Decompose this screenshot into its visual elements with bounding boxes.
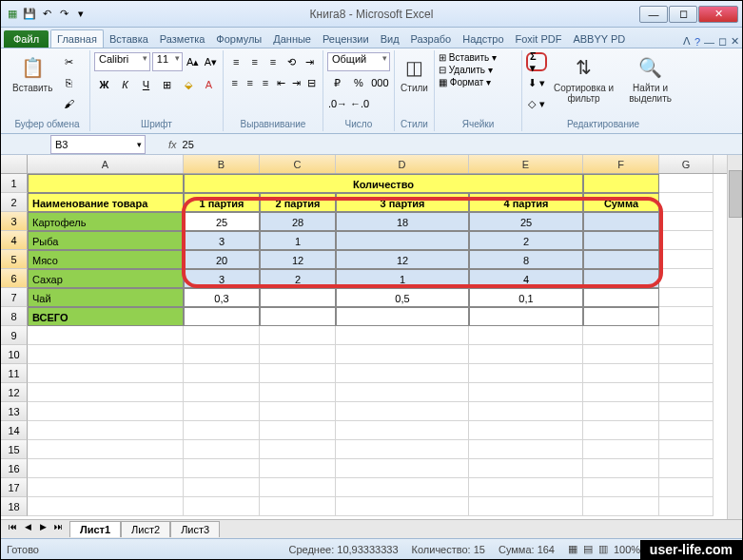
- row-header[interactable]: 3: [1, 212, 28, 231]
- cell[interactable]: 0,5: [336, 288, 469, 307]
- row-header[interactable]: 11: [1, 364, 28, 383]
- cell[interactable]: [659, 231, 714, 250]
- col-header-c[interactable]: C: [260, 155, 336, 173]
- cell[interactable]: [28, 326, 184, 345]
- decrease-decimal-icon[interactable]: ←.0: [349, 94, 370, 113]
- cell[interactable]: [184, 402, 260, 421]
- cell[interactable]: [659, 440, 714, 459]
- align-left-icon[interactable]: ≡: [227, 73, 242, 92]
- cell-quantity-header[interactable]: Количество: [184, 174, 583, 193]
- cell[interactable]: [260, 421, 336, 440]
- increase-font-icon[interactable]: A▴: [185, 52, 201, 71]
- tab-home[interactable]: Главная: [50, 29, 104, 48]
- cell[interactable]: [28, 174, 184, 193]
- cell[interactable]: [336, 326, 469, 345]
- cell[interactable]: [583, 440, 659, 459]
- fill-color-button[interactable]: ⬙: [178, 75, 198, 94]
- decrease-font-icon[interactable]: A▾: [203, 52, 219, 71]
- row-header[interactable]: 15: [1, 440, 28, 459]
- cell[interactable]: [184, 383, 260, 402]
- cell[interactable]: [583, 231, 659, 250]
- cell[interactable]: [469, 326, 583, 345]
- sort-filter-button[interactable]: ⇅ Сортировка и фильтр: [549, 52, 618, 106]
- col-header-f[interactable]: F: [583, 155, 659, 173]
- cell[interactable]: [260, 326, 336, 345]
- tab-foxit[interactable]: Foxit PDF: [510, 30, 568, 48]
- cell[interactable]: [184, 440, 260, 459]
- styles-button[interactable]: ◫ Стили: [399, 52, 430, 95]
- close-button[interactable]: ✕: [698, 6, 738, 23]
- sheet-tab-3[interactable]: Лист3: [170, 521, 220, 537]
- doc-minimize-icon[interactable]: —: [704, 36, 714, 48]
- cell[interactable]: ВСЕГО: [28, 307, 184, 326]
- row-header[interactable]: 6: [1, 269, 28, 288]
- currency-icon[interactable]: ₽: [327, 73, 347, 92]
- help-icon[interactable]: ?: [694, 36, 700, 48]
- cell[interactable]: [583, 345, 659, 364]
- col-header-d[interactable]: D: [336, 155, 469, 173]
- cell[interactable]: Мясо: [28, 250, 184, 269]
- worksheet-grid[interactable]: A B C D E F G 1 Количество 2 Наименовани…: [1, 155, 742, 524]
- number-format-combo[interactable]: Общий: [327, 52, 390, 71]
- cell[interactable]: [184, 478, 260, 497]
- align-center-icon[interactable]: ≡: [243, 73, 257, 92]
- cell[interactable]: [28, 345, 184, 364]
- fx-icon[interactable]: fx: [168, 139, 177, 150]
- cell[interactable]: [469, 497, 583, 516]
- cell[interactable]: 0,3: [184, 288, 260, 307]
- cell[interactable]: [583, 174, 659, 193]
- row-header[interactable]: 4: [1, 231, 28, 250]
- cell[interactable]: [260, 459, 336, 478]
- cell[interactable]: Сумма: [583, 193, 659, 212]
- sheet-tab-2[interactable]: Лист2: [121, 521, 170, 537]
- cell[interactable]: [659, 212, 714, 231]
- insert-cells-button[interactable]: ⊞ Вставить ▾: [439, 52, 518, 63]
- cell[interactable]: [28, 478, 184, 497]
- cell[interactable]: [184, 307, 260, 326]
- tab-view[interactable]: Вид: [375, 30, 405, 48]
- cell[interactable]: 2: [469, 231, 583, 250]
- orientation-icon[interactable]: ⟲: [283, 52, 300, 71]
- cell[interactable]: Рыба: [28, 231, 184, 250]
- undo-icon[interactable]: ↶: [39, 7, 54, 22]
- cell[interactable]: [184, 345, 260, 364]
- cell[interactable]: [336, 364, 469, 383]
- cell[interactable]: [184, 459, 260, 478]
- cell[interactable]: [583, 402, 659, 421]
- cell[interactable]: [659, 307, 714, 326]
- cell[interactable]: [336, 383, 469, 402]
- minimize-button[interactable]: —: [639, 6, 668, 23]
- cell[interactable]: [260, 402, 336, 421]
- cell[interactable]: [28, 421, 184, 440]
- cell[interactable]: Картофель: [28, 212, 184, 231]
- cell[interactable]: [659, 250, 714, 269]
- cell[interactable]: [659, 383, 714, 402]
- cell[interactable]: [260, 497, 336, 516]
- tab-addins[interactable]: Надстро: [457, 30, 509, 48]
- wrap-text-icon[interactable]: ⇥: [302, 52, 319, 71]
- cell[interactable]: 2: [260, 269, 336, 288]
- vertical-scrollbar[interactable]: [727, 155, 742, 524]
- cell[interactable]: [583, 269, 659, 288]
- format-painter-icon[interactable]: 🖌: [58, 94, 79, 113]
- cell[interactable]: [336, 231, 469, 250]
- tab-data[interactable]: Данные: [267, 30, 317, 48]
- col-header-g[interactable]: G: [659, 155, 714, 173]
- cell[interactable]: 0,1: [469, 288, 583, 307]
- cell[interactable]: [583, 288, 659, 307]
- font-name-combo[interactable]: Calibri: [94, 52, 150, 71]
- cell[interactable]: [659, 174, 714, 193]
- minimize-ribbon-icon[interactable]: ᐱ: [683, 35, 691, 48]
- cell[interactable]: Чай: [28, 288, 184, 307]
- sheet-tab-1[interactable]: Лист1: [69, 521, 121, 537]
- cell[interactable]: [583, 307, 659, 326]
- active-cell[interactable]: 25: [184, 212, 260, 231]
- maximize-button[interactable]: ◻: [669, 6, 697, 23]
- clear-button[interactable]: ◇ ▾: [526, 94, 547, 113]
- decrease-indent-icon[interactable]: ⇤: [274, 73, 288, 92]
- cell[interactable]: [659, 326, 714, 345]
- cell[interactable]: [260, 345, 336, 364]
- cell[interactable]: [469, 383, 583, 402]
- tab-layout[interactable]: Разметка: [154, 30, 211, 48]
- cell[interactable]: [659, 364, 714, 383]
